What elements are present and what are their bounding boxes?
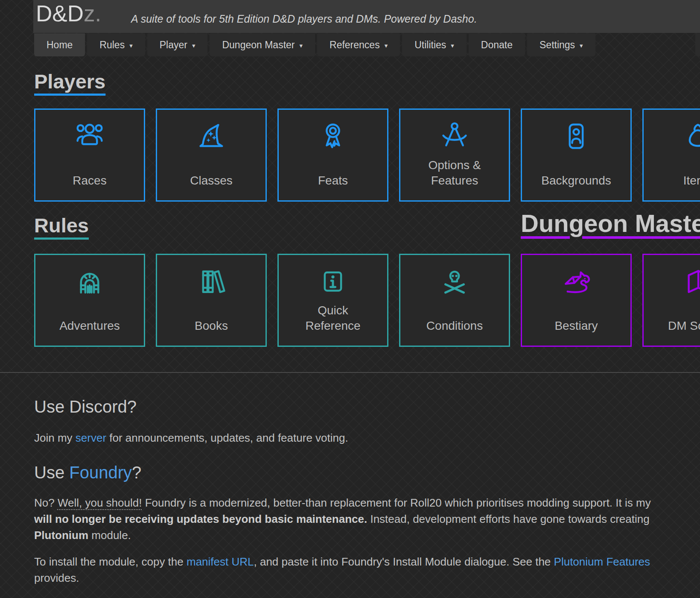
- card-label: Quick Reference: [295, 303, 371, 334]
- logo-secondary: z.: [84, 1, 101, 26]
- card-label: Conditions: [426, 318, 483, 334]
- nav-tab-partial[interactable]: [695, 33, 700, 56]
- caret-down-icon: ▾: [192, 42, 195, 50]
- text: Foundry is a modernized, better-than rep…: [142, 496, 650, 509]
- card-label: Classes: [190, 173, 233, 188]
- caret-down-icon: ▾: [580, 42, 583, 50]
- card-label: Items: [683, 173, 700, 188]
- skull-crossbones-icon: [439, 266, 470, 297]
- discord-paragraph: Join my server for announcements, update…: [34, 430, 348, 446]
- card-dm-screen[interactable]: DM Screen: [642, 254, 700, 347]
- nav-tab-settings[interactable]: Settings▾: [527, 33, 595, 56]
- item-pouch-icon: [682, 121, 700, 152]
- paragraph-line: No? Well, you should! Foundry is a moder…: [34, 495, 651, 511]
- nav-label: Player: [160, 39, 187, 51]
- paragraph-line: will no longer be receiving updates beyo…: [34, 511, 651, 527]
- card-label: Feats: [318, 173, 348, 188]
- nav-label: Donate: [481, 39, 513, 51]
- card-classes[interactable]: Classes: [156, 108, 267, 202]
- text: Use: [34, 463, 69, 482]
- nav-label: References: [330, 39, 380, 51]
- card-options-features[interactable]: Options & Features: [399, 108, 510, 202]
- rules-section-title: Rules: [34, 214, 89, 237]
- nav-tab-utilities[interactable]: Utilities▾: [402, 33, 467, 56]
- logo-primary: D&D: [36, 1, 84, 26]
- dungeon-master-section-title: Dungeon Master: [521, 209, 700, 237]
- site-logo[interactable]: D&Dz.: [36, 1, 101, 26]
- foundry-paragraph-1: No? Well, you should! Foundry is a moder…: [34, 495, 651, 543]
- nav-label: Rules: [99, 39, 125, 51]
- server-link[interactable]: server: [76, 431, 106, 444]
- paragraph-line: provides.: [34, 570, 650, 586]
- nav-tab-player[interactable]: Player▾: [147, 33, 208, 56]
- plutonium-features-link[interactable]: Plutonium Features: [554, 555, 650, 568]
- card-label: Races: [73, 173, 106, 188]
- manifest-url-link[interactable]: manifest URL: [187, 555, 254, 568]
- nav-tab-donate[interactable]: Donate: [469, 33, 525, 56]
- foundry-link[interactable]: Foundry: [69, 463, 132, 482]
- text: Instead, development efforts have gone t…: [367, 513, 650, 525]
- text: No?: [34, 496, 58, 509]
- card-label: Backgrounds: [541, 173, 611, 188]
- card-adventures[interactable]: Adventures: [34, 254, 145, 347]
- discord-heading: Use Discord?: [34, 397, 137, 416]
- nav-label: Home: [47, 39, 73, 51]
- header-band: D&Dz. A suite of tools for 5th Edition D…: [33, 0, 700, 33]
- id-badge-icon: [561, 121, 592, 152]
- dungeon-arch-icon: [74, 266, 105, 297]
- text: Join my: [34, 431, 76, 444]
- card-quick-reference[interactable]: Quick Reference: [277, 254, 388, 347]
- books-icon: [196, 266, 227, 297]
- text: module.: [88, 529, 131, 542]
- text: , and paste it into Foundry's Install Mo…: [254, 555, 554, 568]
- card-races[interactable]: Races: [34, 108, 145, 202]
- card-backgrounds[interactable]: Backgrounds: [521, 108, 632, 202]
- card-feats[interactable]: Feats: [277, 108, 388, 202]
- site-tagline: A suite of tools for 5th Edition D&D pla…: [131, 13, 477, 25]
- card-label: Bestiary: [554, 318, 598, 334]
- caret-down-icon: ▾: [129, 42, 133, 50]
- section-divider: [0, 372, 700, 373]
- nav-tab-dungeon-master[interactable]: Dungeon Master▾: [210, 33, 315, 56]
- text: ?: [132, 463, 141, 482]
- main-nav: Home Rules▾ Player▾ Dungeon Master▾ Refe…: [34, 33, 595, 56]
- award-ribbon-icon: [318, 121, 348, 152]
- card-label: Options & Features: [416, 158, 493, 188]
- nav-tab-rules[interactable]: Rules▾: [87, 33, 145, 56]
- dotted-underline-text: Well, you should!: [58, 496, 142, 509]
- players-section-title: Players: [34, 70, 105, 93]
- screen-icon: [682, 266, 700, 297]
- nav-label: Dungeon Master: [222, 39, 295, 51]
- nav-label: Settings: [540, 39, 575, 51]
- card-conditions[interactable]: Conditions: [399, 254, 510, 347]
- bold-text: will no longer be receiving updates beyo…: [34, 513, 367, 525]
- nav-tab-home[interactable]: Home: [34, 33, 85, 56]
- card-books[interactable]: Books: [156, 254, 267, 347]
- card-items[interactable]: Items: [642, 108, 700, 202]
- wizard-hat-icon: [196, 121, 227, 152]
- users-icon: [74, 121, 105, 152]
- card-label: Adventures: [59, 318, 120, 334]
- drafting-compass-icon: [439, 121, 470, 152]
- paragraph-line: Plutonium module.: [34, 527, 651, 543]
- text: To install the module, copy the: [34, 555, 187, 568]
- caret-down-icon: ▾: [385, 42, 388, 50]
- card-label: Books: [195, 318, 228, 334]
- caret-down-icon: ▾: [451, 42, 454, 50]
- foundry-paragraph-2: To install the module, copy the manifest…: [34, 554, 650, 586]
- text: for announcements, updates, and feature …: [106, 431, 348, 444]
- nav-tab-references[interactable]: References▾: [317, 33, 400, 56]
- info-square-icon: [318, 266, 348, 297]
- bold-text: Plutonium: [34, 529, 88, 542]
- text: provides.: [34, 572, 79, 584]
- card-label: DM Screen: [668, 318, 700, 334]
- caret-down-icon: ▾: [299, 42, 303, 50]
- paragraph-line: To install the module, copy the manifest…: [34, 554, 650, 570]
- foundry-heading: Use Foundry?: [34, 463, 141, 482]
- card-bestiary[interactable]: Bestiary: [521, 254, 632, 347]
- dragon-icon: [561, 266, 592, 297]
- nav-label: Utilities: [414, 39, 446, 51]
